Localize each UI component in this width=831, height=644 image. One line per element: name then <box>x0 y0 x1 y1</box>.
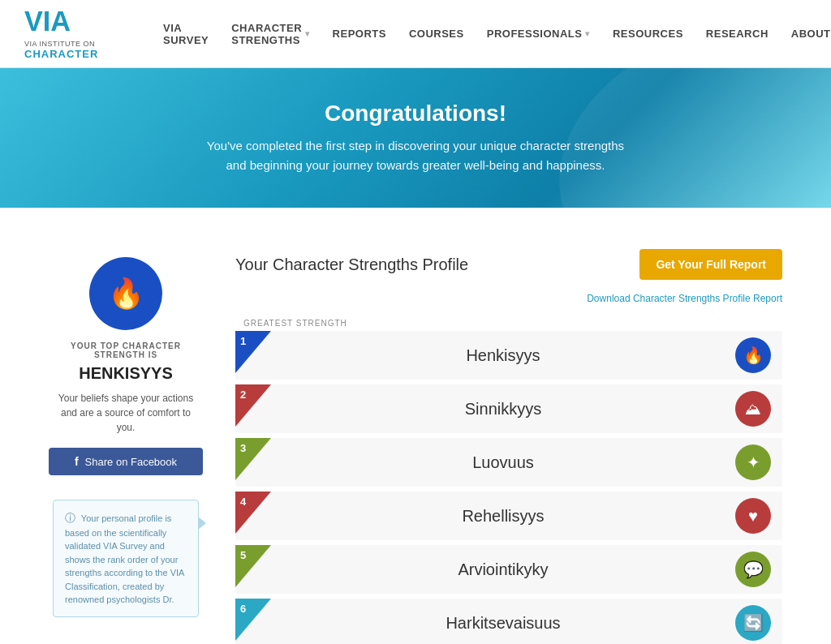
chevron-down-icon: ▾ <box>585 29 590 38</box>
nav-links: VIA SURVEY CHARACTER STRENGTHS ▾ REPORTS… <box>152 15 831 53</box>
top-strength-name: HENKISYYS <box>79 364 173 383</box>
get-full-report-button[interactable]: Get Your Full Report <box>639 249 782 280</box>
rank-badge: 3 <box>235 438 271 487</box>
rank-number: 2 <box>240 389 246 401</box>
strength-icon: 💬 <box>743 560 764 579</box>
logo[interactable]: VIA VIA INSTITUTE ON CHARACTER <box>24 7 119 61</box>
strength-label: Sinnikkyys <box>271 392 735 427</box>
rank-number: 5 <box>240 549 246 561</box>
info-icon: ⓘ <box>65 512 75 524</box>
strengths-list: 1 Henkisyys 🔥 2 Sinnikkyys ⛰ 3 Luovuus ✦ <box>235 331 782 644</box>
svg-text:VIA: VIA <box>24 7 71 36</box>
strength-item: 6 Harkitsevaisuus 🔄 <box>235 599 782 644</box>
rank-number: 4 <box>240 496 246 508</box>
strength-item: 2 Sinnikkyys ⛰ <box>235 384 782 433</box>
info-box: ⓘ Your personal profile is based on the … <box>53 500 199 617</box>
hero-title: Congratulations! <box>325 101 506 127</box>
right-panel: Your Character Strengths Profile Get You… <box>219 249 782 644</box>
rank-badge: 6 <box>235 599 271 644</box>
rank-badge: 1 <box>235 331 271 380</box>
top-strength-label: YOUR TOP CHARACTER STRENGTH IS <box>49 341 203 359</box>
left-panel: 🔥 YOUR TOP CHARACTER STRENGTH IS HENKISY… <box>49 249 219 644</box>
nav-item-research[interactable]: RESEARCH <box>695 21 780 46</box>
divider <box>0 208 831 208</box>
strength-icon: 🔥 <box>743 346 764 365</box>
logo-subtitle: VIA INSTITUTE ON <box>24 40 95 49</box>
strength-icon: 🔄 <box>743 613 764 633</box>
flame-circle: 🔥 <box>89 257 162 330</box>
rank-badge: 2 <box>235 384 271 433</box>
strength-item: 1 Henkisyys 🔥 <box>235 331 782 380</box>
strength-icon: ♥ <box>748 507 758 526</box>
strength-icon-circle: 🔥 <box>735 337 771 373</box>
flame-icon: 🔥 <box>108 277 144 311</box>
strength-item: 4 Rehellisyys ♥ <box>235 492 782 540</box>
top-strength-desc: Your beliefs shape your actions and are … <box>53 391 199 435</box>
greatest-strength-label: GREATEST STRENGTH <box>235 319 782 328</box>
nav-item-reports[interactable]: REPORTS <box>321 21 398 46</box>
strength-label: Harkitsevaisuus <box>271 606 735 641</box>
rank-number: 1 <box>240 335 246 347</box>
rank-badge: 5 <box>235 545 271 594</box>
download-report-link[interactable]: Download Character Strengths Profile Rep… <box>235 293 782 304</box>
nav-item-professionals[interactable]: PROFESSIONALS ▾ <box>476 21 601 46</box>
hero-subtitle: You've completed the first step in disco… <box>205 136 626 175</box>
strength-icon: ⛰ <box>745 400 761 419</box>
facebook-icon: f <box>75 455 79 468</box>
strength-label: Arviointikyky <box>271 552 735 587</box>
strength-label: Luovuus <box>271 445 735 480</box>
navigation: VIA VIA INSTITUTE ON CHARACTER VIA SURVE… <box>0 0 831 68</box>
strength-icon-circle: 🔄 <box>735 605 771 641</box>
strength-icon-circle: ⛰ <box>735 391 771 427</box>
logo-character: CHARACTER <box>24 48 98 60</box>
strength-label: Rehellisyys <box>271 499 735 534</box>
strength-icon-circle: ♥ <box>735 498 771 534</box>
rank-number: 6 <box>240 603 246 615</box>
rank-badge: 4 <box>235 492 271 540</box>
rank-number: 3 <box>240 442 246 454</box>
nav-item-courses[interactable]: COURSES <box>398 21 476 46</box>
nav-item-about[interactable]: ABOUT ▾ <box>780 21 831 46</box>
profile-header: Your Character Strengths Profile Get You… <box>235 249 782 280</box>
nav-item-resources[interactable]: RESOURCES <box>601 21 695 46</box>
info-text: Your personal profile is based on the sc… <box>65 513 184 604</box>
nav-item-via-survey[interactable]: VIA SURVEY <box>152 15 220 53</box>
share-facebook-button[interactable]: f Share on Facebook <box>49 448 203 475</box>
strength-icon-circle: ✦ <box>735 444 771 480</box>
chevron-down-icon: ▾ <box>305 29 310 38</box>
strength-icon: ✦ <box>747 453 760 472</box>
strength-icon-circle: 💬 <box>735 552 771 587</box>
main-content: 🔥 YOUR TOP CHARACTER STRENGTH IS HENKISY… <box>0 225 831 644</box>
nav-item-character-strengths[interactable]: CHARACTER STRENGTHS ▾ <box>220 15 321 53</box>
strength-item: 5 Arviointikyky 💬 <box>235 545 782 594</box>
profile-title: Your Character Strengths Profile <box>235 255 468 274</box>
strength-item: 3 Luovuus ✦ <box>235 438 782 487</box>
hero-banner: Congratulations! You've completed the fi… <box>0 68 831 208</box>
fb-button-label: Share on Facebook <box>85 456 177 468</box>
strength-label: Henkisyys <box>271 338 735 373</box>
